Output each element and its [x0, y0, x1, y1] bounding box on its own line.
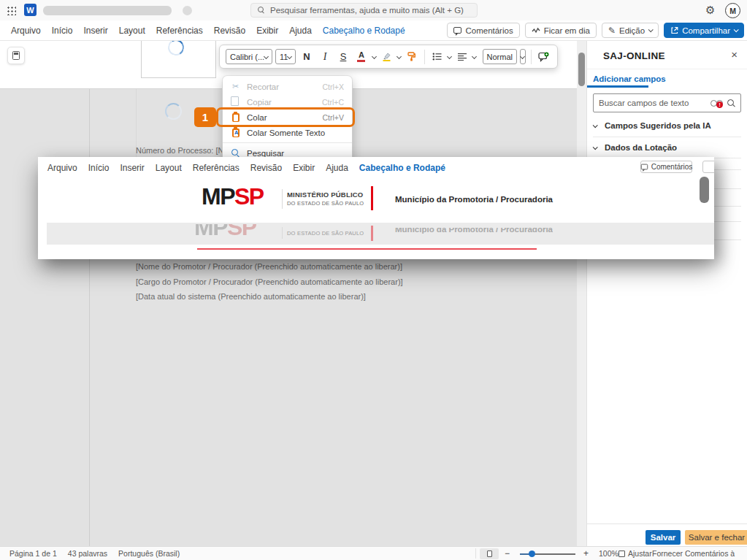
zoom-slider-handle[interactable] [529, 551, 535, 557]
menu-arquivo[interactable]: Arquivo [11, 26, 41, 36]
word-logo-icon[interactable]: W [24, 4, 37, 16]
panel-row-divider [593, 137, 741, 137]
align-chevron[interactable] [472, 49, 476, 65]
save-and-close-button[interactable]: Salvar e fechar [685, 530, 747, 545]
chevron-down-icon [593, 123, 598, 128]
faded-promotoria-title: Município da Promotoria / Procuradoria [395, 228, 553, 235]
ribbon-menu-tabs: Arquivo Início Inserir Layout Referência… [11, 20, 405, 40]
context-menu-item-colar-somente-texto[interactable]: A Colar Somente Texto [223, 125, 352, 140]
italic-button[interactable]: I [317, 49, 332, 65]
zoom-level[interactable]: 100% [599, 547, 618, 560]
faded-mpsp-logo: MPSP [194, 224, 279, 238]
app-launcher-waffle-icon[interactable] [7, 6, 16, 15]
feedback-link[interactable]: Fornecer Comentários à Microsoft [652, 547, 747, 560]
underline-button[interactable]: S [335, 49, 350, 65]
align-button[interactable] [454, 49, 470, 65]
zoom-out-button[interactable]: − [505, 547, 510, 560]
menu-revisao[interactable]: Revisão [214, 26, 245, 36]
bullet-list-button[interactable] [429, 49, 445, 65]
style-dropdown-chevron[interactable] [520, 49, 526, 64]
word-online-app: W ⚙ M Arquivo Início Inserir Layout Refe… [0, 0, 747, 560]
style-dropdown[interactable]: Normal [483, 49, 517, 64]
document-line: [Nome do Promotor / Procurador (Preenchi… [136, 259, 403, 275]
comments-button[interactable]: Comentários [447, 23, 519, 38]
overlay-menu-cabecalho-rodape: Cabeçalho e Rodapé [359, 163, 445, 173]
overlay-menu-layout: Layout [156, 163, 182, 173]
share-button[interactable]: Compartilhar [664, 23, 744, 38]
faded-logo-divider [282, 227, 283, 239]
document-line: [Cargo do Promotor / Procurador (Preench… [136, 275, 403, 290]
scrollbar-thumb[interactable] [578, 53, 585, 86]
save-button[interactable]: Salvar [646, 530, 681, 545]
header-red-rule [197, 248, 537, 250]
align-left-icon [458, 53, 467, 61]
header-footer-page-button[interactable] [7, 47, 25, 64]
font-size-dropdown[interactable]: 11 [275, 49, 296, 64]
step-1-badge: 1 [194, 107, 216, 127]
ai-glasses-icon[interactable]: ! [710, 99, 723, 107]
context-menu-separator [223, 142, 352, 143]
highlight-chevron[interactable] [397, 49, 401, 65]
menu-cabecalho-rodape[interactable]: Cabeçalho e Rodapé [323, 26, 405, 36]
word-count-status[interactable]: 43 palavras [68, 549, 107, 558]
active-tab-underline [587, 85, 648, 88]
account-avatar[interactable]: M [725, 3, 740, 18]
scissors-icon: ✂ [232, 83, 239, 91]
section-dados-da-lotacao[interactable]: Dados da Lotação [593, 139, 741, 156]
field-search-box[interactable]: ! [593, 93, 741, 112]
menu-exibir[interactable]: Exibir [256, 26, 278, 36]
bullet-list-icon [432, 53, 442, 61]
fit-page-button[interactable]: Ajustar [628, 547, 652, 560]
page-view-button[interactable] [480, 548, 499, 559]
floating-format-toolbar: Calibri (... 11 N I S A [219, 45, 558, 69]
comments-icon [640, 164, 647, 170]
font-color-button[interactable]: A [353, 49, 369, 65]
overlay-ribbon-menu-tabs: Arquivo Início Inserir Layout Referência… [47, 159, 445, 177]
saj-online-panel: SAJ-ONLINE × Adicionar campos ! Campos S… [586, 41, 747, 546]
bold-button[interactable]: N [299, 49, 314, 65]
language-status[interactable]: Português (Brasil) [118, 549, 180, 558]
document-scrollbar[interactable] [577, 41, 586, 546]
status-divider [475, 548, 476, 559]
font-color-chevron[interactable] [372, 49, 375, 65]
catch-up-button[interactable]: Ficar em dia [525, 23, 597, 38]
section-campos-sugeridos-ia[interactable]: Campos Sugeridos pela IA [593, 117, 741, 134]
context-menu-item-copiar: Copiar Ctrl+C [223, 94, 352, 110]
document-merge-field-lines: [Nome do Promotor / Procurador (Preenchi… [136, 259, 403, 304]
logo-divider [282, 189, 283, 209]
menu-inicio[interactable]: Início [52, 26, 73, 36]
highlight-button[interactable] [379, 49, 394, 65]
page-view-icon [487, 551, 492, 557]
new-comment-button[interactable] [536, 49, 551, 65]
tab-adicionar-campos[interactable]: Adicionar campos [593, 74, 666, 83]
notification-badge: ! [716, 101, 723, 108]
menu-ajuda[interactable]: Ajuda [289, 26, 312, 36]
promotoria-title: Município da Promotoria / Procuradoria [395, 195, 553, 204]
menu-layout[interactable]: Layout [119, 26, 145, 36]
global-search-bar[interactable] [250, 3, 478, 18]
overlay-menu-referencias: Referências [193, 163, 240, 173]
menu-referencias[interactable]: Referências [156, 26, 203, 36]
context-menu-item-colar[interactable]: Colar Ctrl+V [223, 110, 352, 125]
format-painter-button[interactable] [404, 49, 419, 65]
status-bar: Página 1 de 1 43 palavras Português (Bra… [0, 546, 747, 560]
close-icon[interactable]: × [731, 48, 738, 61]
field-search-input[interactable] [599, 99, 706, 107]
context-menu-item-recortar: ✂ Recortar Ctrl+X [223, 79, 352, 94]
search-input[interactable] [270, 6, 470, 15]
zoom-slider[interactable] [520, 553, 575, 555]
editing-mode-button[interactable]: ✎ Edição [602, 23, 659, 38]
settings-gear-icon[interactable]: ⚙ [705, 4, 715, 17]
panel-footer-divider [587, 523, 747, 524]
document-title-redacted[interactable] [43, 6, 172, 15]
bullet-list-chevron[interactable] [448, 49, 451, 65]
copy-icon [232, 98, 239, 106]
chevron-down-icon [734, 27, 739, 32]
panel-search-icon[interactable] [727, 99, 735, 107]
font-name-dropdown[interactable]: Calibri (... [226, 49, 272, 64]
page-count-status[interactable]: Página 1 de 1 [9, 549, 57, 558]
status-left-group: Página 1 de 1 43 palavras Português (Bra… [9, 547, 180, 560]
menu-inserir[interactable]: Inserir [83, 26, 107, 36]
zoom-in-button[interactable]: + [583, 547, 589, 560]
panel-divider [587, 69, 747, 69]
